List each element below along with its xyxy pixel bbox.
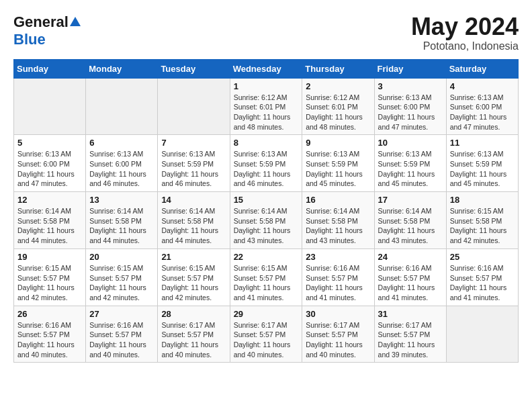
day-number: 14 xyxy=(161,195,226,205)
day-number: 7 xyxy=(161,138,226,148)
calendar-cell: 6Sunrise: 6:13 AM Sunset: 6:00 PM Daylig… xyxy=(86,135,158,192)
calendar-cell: 2Sunrise: 6:12 AM Sunset: 6:01 PM Daylig… xyxy=(302,78,374,135)
calendar-cell xyxy=(158,78,230,135)
day-number: 2 xyxy=(306,81,370,91)
col-header-wednesday: Wednesday xyxy=(230,59,302,78)
day-detail: Sunrise: 6:17 AM Sunset: 5:57 PM Dayligh… xyxy=(161,320,226,360)
day-detail: Sunrise: 6:15 AM Sunset: 5:57 PM Dayligh… xyxy=(161,263,226,303)
calendar-week-row: 5Sunrise: 6:13 AM Sunset: 6:00 PM Daylig… xyxy=(14,135,519,192)
col-header-friday: Friday xyxy=(374,59,446,78)
calendar-cell: 27Sunrise: 6:16 AM Sunset: 5:57 PM Dayli… xyxy=(86,306,158,363)
logo-general-text: General xyxy=(13,13,69,31)
calendar-cell: 9Sunrise: 6:13 AM Sunset: 5:59 PM Daylig… xyxy=(302,135,374,192)
day-detail: Sunrise: 6:13 AM Sunset: 6:00 PM Dayligh… xyxy=(89,149,154,189)
calendar-cell xyxy=(446,306,518,363)
day-detail: Sunrise: 6:13 AM Sunset: 5:59 PM Dayligh… xyxy=(450,149,515,189)
page-header: General Blue May 2024 Pototano, Indonesi… xyxy=(13,13,519,52)
day-detail: Sunrise: 6:17 AM Sunset: 5:57 PM Dayligh… xyxy=(378,320,443,360)
day-detail: Sunrise: 6:13 AM Sunset: 5:59 PM Dayligh… xyxy=(306,149,370,189)
calendar-cell: 28Sunrise: 6:17 AM Sunset: 5:57 PM Dayli… xyxy=(158,306,230,363)
day-detail: Sunrise: 6:13 AM Sunset: 6:00 PM Dayligh… xyxy=(378,93,443,132)
day-detail: Sunrise: 6:15 AM Sunset: 5:57 PM Dayligh… xyxy=(89,263,154,303)
calendar-table: SundayMondayTuesdayWednesdayThursdayFrid… xyxy=(13,59,519,363)
day-detail: Sunrise: 6:14 AM Sunset: 5:58 PM Dayligh… xyxy=(161,206,226,246)
day-number: 26 xyxy=(17,309,82,319)
day-detail: Sunrise: 6:15 AM Sunset: 5:57 PM Dayligh… xyxy=(234,263,299,303)
day-detail: Sunrise: 6:14 AM Sunset: 5:58 PM Dayligh… xyxy=(378,206,443,246)
calendar-cell: 11Sunrise: 6:13 AM Sunset: 5:59 PM Dayli… xyxy=(446,135,518,192)
day-detail: Sunrise: 6:17 AM Sunset: 5:57 PM Dayligh… xyxy=(306,320,370,360)
col-header-thursday: Thursday xyxy=(302,59,374,78)
day-number: 18 xyxy=(450,195,515,205)
logo-blue-text: Blue xyxy=(13,31,46,48)
day-number: 5 xyxy=(17,138,82,148)
day-detail: Sunrise: 6:13 AM Sunset: 5:59 PM Dayligh… xyxy=(161,149,226,189)
day-detail: Sunrise: 6:12 AM Sunset: 6:01 PM Dayligh… xyxy=(234,93,299,132)
day-number: 4 xyxy=(450,81,515,91)
day-detail: Sunrise: 6:16 AM Sunset: 5:57 PM Dayligh… xyxy=(306,263,370,303)
day-detail: Sunrise: 6:14 AM Sunset: 5:58 PM Dayligh… xyxy=(17,206,82,246)
calendar-cell xyxy=(86,78,158,135)
calendar-week-row: 19Sunrise: 6:15 AM Sunset: 5:57 PM Dayli… xyxy=(14,248,519,306)
day-number: 9 xyxy=(306,138,370,148)
day-detail: Sunrise: 6:16 AM Sunset: 5:57 PM Dayligh… xyxy=(17,320,82,360)
calendar-cell: 7Sunrise: 6:13 AM Sunset: 5:59 PM Daylig… xyxy=(158,135,230,192)
col-header-tuesday: Tuesday xyxy=(158,59,230,78)
calendar-cell: 18Sunrise: 6:15 AM Sunset: 5:58 PM Dayli… xyxy=(446,192,518,249)
day-number: 31 xyxy=(378,309,443,319)
calendar-cell: 14Sunrise: 6:14 AM Sunset: 5:58 PM Dayli… xyxy=(158,192,230,249)
title-block: May 2024 Pototano, Indonesia xyxy=(411,13,519,52)
day-detail: Sunrise: 6:16 AM Sunset: 5:57 PM Dayligh… xyxy=(89,320,154,360)
day-detail: Sunrise: 6:13 AM Sunset: 5:59 PM Dayligh… xyxy=(378,149,443,189)
day-number: 22 xyxy=(234,252,299,262)
day-number: 12 xyxy=(17,195,82,205)
calendar-cell: 30Sunrise: 6:17 AM Sunset: 5:57 PM Dayli… xyxy=(302,306,374,363)
day-number: 15 xyxy=(234,195,299,205)
calendar-cell: 5Sunrise: 6:13 AM Sunset: 6:00 PM Daylig… xyxy=(14,135,86,192)
calendar-cell: 3Sunrise: 6:13 AM Sunset: 6:00 PM Daylig… xyxy=(374,78,446,135)
col-header-monday: Monday xyxy=(86,59,158,78)
day-number: 13 xyxy=(89,195,154,205)
calendar-cell: 16Sunrise: 6:14 AM Sunset: 5:58 PM Dayli… xyxy=(302,192,374,249)
calendar-week-row: 1Sunrise: 6:12 AM Sunset: 6:01 PM Daylig… xyxy=(14,78,519,135)
day-detail: Sunrise: 6:14 AM Sunset: 5:58 PM Dayligh… xyxy=(234,206,299,246)
col-header-saturday: Saturday xyxy=(446,59,518,78)
day-number: 1 xyxy=(234,81,299,91)
calendar-cell: 10Sunrise: 6:13 AM Sunset: 5:59 PM Dayli… xyxy=(374,135,446,192)
calendar-week-row: 12Sunrise: 6:14 AM Sunset: 5:58 PM Dayli… xyxy=(14,192,519,249)
day-detail: Sunrise: 6:16 AM Sunset: 5:57 PM Dayligh… xyxy=(450,263,515,303)
calendar-cell: 25Sunrise: 6:16 AM Sunset: 5:57 PM Dayli… xyxy=(446,248,518,306)
calendar-cell: 17Sunrise: 6:14 AM Sunset: 5:58 PM Dayli… xyxy=(374,192,446,249)
calendar-cell: 26Sunrise: 6:16 AM Sunset: 5:57 PM Dayli… xyxy=(14,306,86,363)
day-detail: Sunrise: 6:15 AM Sunset: 5:58 PM Dayligh… xyxy=(450,206,515,246)
day-number: 27 xyxy=(89,309,154,319)
calendar-cell: 4Sunrise: 6:13 AM Sunset: 6:00 PM Daylig… xyxy=(446,78,518,135)
calendar-cell: 19Sunrise: 6:15 AM Sunset: 5:57 PM Dayli… xyxy=(14,248,86,306)
logo-icon xyxy=(70,17,81,26)
day-number: 8 xyxy=(234,138,299,148)
day-number: 30 xyxy=(306,309,370,319)
location: Pototano, Indonesia xyxy=(411,40,519,52)
calendar-cell: 13Sunrise: 6:14 AM Sunset: 5:58 PM Dayli… xyxy=(86,192,158,249)
day-number: 24 xyxy=(378,252,443,262)
calendar-cell: 15Sunrise: 6:14 AM Sunset: 5:58 PM Dayli… xyxy=(230,192,302,249)
day-detail: Sunrise: 6:13 AM Sunset: 5:59 PM Dayligh… xyxy=(234,149,299,189)
day-number: 3 xyxy=(378,81,443,91)
day-detail: Sunrise: 6:13 AM Sunset: 6:00 PM Dayligh… xyxy=(450,93,515,132)
day-detail: Sunrise: 6:12 AM Sunset: 6:01 PM Dayligh… xyxy=(306,93,370,132)
day-number: 10 xyxy=(378,138,443,148)
day-number: 25 xyxy=(450,252,515,262)
day-number: 28 xyxy=(161,309,226,319)
logo: General Blue xyxy=(13,13,81,48)
day-number: 16 xyxy=(306,195,370,205)
day-number: 6 xyxy=(89,138,154,148)
day-detail: Sunrise: 6:14 AM Sunset: 5:58 PM Dayligh… xyxy=(89,206,154,246)
day-number: 11 xyxy=(450,138,515,148)
day-number: 23 xyxy=(306,252,370,262)
day-detail: Sunrise: 6:17 AM Sunset: 5:57 PM Dayligh… xyxy=(234,320,299,360)
calendar-cell: 20Sunrise: 6:15 AM Sunset: 5:57 PM Dayli… xyxy=(86,248,158,306)
calendar-cell: 8Sunrise: 6:13 AM Sunset: 5:59 PM Daylig… xyxy=(230,135,302,192)
calendar-cell: 29Sunrise: 6:17 AM Sunset: 5:57 PM Dayli… xyxy=(230,306,302,363)
day-number: 29 xyxy=(234,309,299,319)
calendar-cell: 1Sunrise: 6:12 AM Sunset: 6:01 PM Daylig… xyxy=(230,78,302,135)
